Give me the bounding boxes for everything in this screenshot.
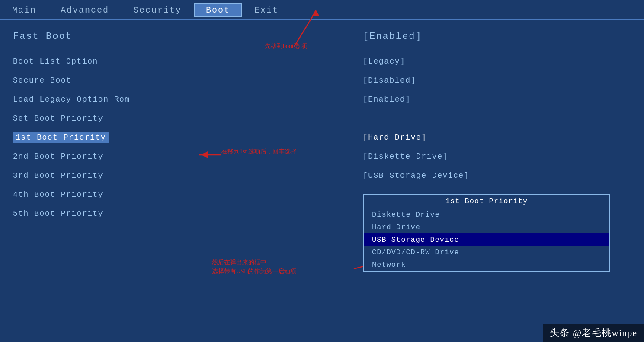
secure-boot-label: Secure Boot [13, 76, 71, 85]
popup-item-cdrom[interactable]: CD/DVD/CD-RW Drive [364, 246, 609, 259]
set-boot-priority-label: Set Boot Priority [13, 114, 103, 123]
popup-item-network[interactable]: Network [364, 259, 609, 271]
2nd-boot-priority-row[interactable]: 2nd Boot Priority [13, 148, 341, 165]
3rd-boot-priority-row[interactable]: 3rd Boot Priority [13, 167, 341, 184]
fast-boot-label: Fast Boot [13, 31, 72, 42]
3rd-priority-value: [USB Storage Device] [363, 171, 469, 180]
boot-list-option-label: Boot List Option [13, 57, 98, 66]
3rd-boot-priority-label: 3rd Boot Priority [13, 171, 103, 180]
secure-boot-value-row: [Disabled] [363, 72, 635, 89]
secure-boot-row: Secure Boot [13, 72, 341, 89]
set-priority-value-row [363, 110, 635, 127]
1st-priority-value: [Hard Drive] [363, 133, 427, 142]
content-area: Fast Boot Boot List Option Secure Boot L… [0, 20, 644, 341]
menu-exit[interactable]: Exit [242, 3, 291, 17]
4th-boot-priority-label: 4th Boot Priority [13, 190, 103, 199]
menu-main[interactable]: Main [0, 3, 48, 17]
boot-list-value: [Legacy] [363, 57, 405, 66]
2nd-priority-value: [Diskette Drive] [363, 152, 448, 161]
menu-security[interactable]: Security [121, 3, 194, 17]
left-panel: Fast Boot Boot List Option Secure Boot L… [0, 20, 354, 341]
load-legacy-value-row: [Enabled] [363, 91, 635, 108]
load-legacy-row: Load Legacy Option Rom [13, 91, 341, 108]
boot-list-option-row: Boot List Option [13, 53, 341, 70]
fast-boot-value-row: [Enabled] [363, 28, 635, 45]
1st-boot-priority-label: 1st Boot Priority [13, 132, 109, 143]
secure-boot-value: [Disabled] [363, 76, 416, 85]
1st-priority-value-row: [Hard Drive] [363, 129, 635, 146]
menu-bar: Main Advanced Security Boot Exit [0, 0, 644, 20]
right-panel: [Enabled] [Legacy] [Disabled] [Enabled] … [354, 20, 644, 341]
2nd-boot-priority-label: 2nd Boot Priority [13, 152, 103, 161]
5th-boot-priority-label: 5th Boot Priority [13, 209, 103, 218]
fast-boot-row: Fast Boot [13, 28, 341, 45]
boot-list-value-row: [Legacy] [363, 53, 635, 70]
popup-item-harddrive[interactable]: Hard Drive [364, 221, 609, 233]
watermark: 头条 @老毛桃winpe [543, 324, 644, 342]
2nd-priority-value-row: [Diskette Drive] [363, 148, 635, 165]
popup-item-usb[interactable]: USB Storage Device [364, 233, 609, 246]
1st-boot-priority-row[interactable]: 1st Boot Priority [13, 129, 341, 146]
popup-item-diskette[interactable]: Diskette Drive [364, 208, 609, 221]
menu-boot[interactable]: Boot [194, 3, 242, 17]
set-boot-priority-row: Set Boot Priority [13, 110, 341, 127]
fast-boot-value: [Enabled] [363, 31, 422, 42]
popup-dialog[interactable]: 1st Boot Priority Diskette Drive Hard Dr… [363, 194, 610, 272]
load-legacy-value: [Enabled] [363, 95, 411, 104]
popup-title: 1st Boot Priority [364, 195, 609, 208]
5th-boot-priority-row[interactable]: 5th Boot Priority [13, 205, 341, 222]
load-legacy-label: Load Legacy Option Rom [13, 95, 130, 104]
bios-screen: Main Advanced Security Boot Exit Fast Bo… [0, 0, 644, 342]
3rd-priority-value-row: [USB Storage Device] [363, 167, 635, 184]
menu-advanced[interactable]: Advanced [48, 3, 121, 17]
4th-boot-priority-row[interactable]: 4th Boot Priority [13, 186, 341, 203]
